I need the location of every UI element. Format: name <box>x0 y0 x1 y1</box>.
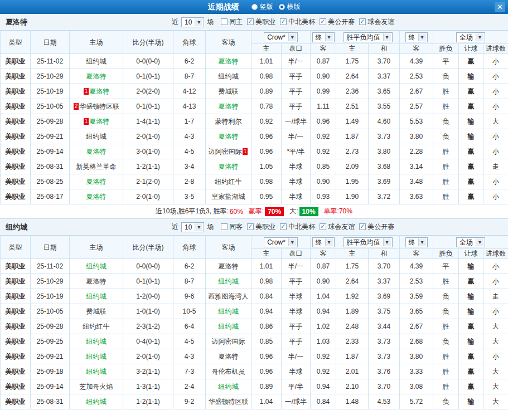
layout-option-horizontal[interactable]: 横版 <box>279 2 301 12</box>
team-name-text: 夏洛特 <box>219 102 239 110</box>
league-type: 美职业 <box>1 349 31 364</box>
match-row: 美职业25-10-05费城联1-0(1-0)10-5纽约城0.94半球0.941… <box>1 304 508 319</box>
home-team[interactable]: 2华盛顿特区联 <box>70 99 123 114</box>
home-team[interactable]: 纽约红牛 <box>70 319 123 334</box>
filter-checkbox[interactable]: 美职业 <box>247 17 275 27</box>
filter-checkbox[interactable]: 美职业 <box>247 222 275 232</box>
scope-select[interactable]: 全场 <box>456 237 485 247</box>
away-team[interactable]: 西雅图海湾人 <box>206 289 251 304</box>
away-team[interactable]: 夏洛特 <box>206 99 251 114</box>
filter-checkbox[interactable]: 球会友谊 <box>320 222 355 232</box>
away-team[interactable]: 夏洛特 <box>206 159 251 174</box>
home-team[interactable]: 纽约城 <box>70 259 123 274</box>
home-team[interactable]: 纽约城 <box>70 334 123 349</box>
away-team[interactable]: 夏洛特 <box>206 349 251 364</box>
home-team[interactable]: 1夏洛特 <box>70 114 123 129</box>
corners: 4-12 <box>173 84 206 99</box>
checkbox-box[interactable] <box>247 18 254 25</box>
odds-line: 半球 <box>282 174 311 189</box>
scope-select[interactable]: 全场 <box>456 32 485 42</box>
filter-checkbox[interactable]: 中北美杯 <box>280 17 315 27</box>
home-team[interactable]: 纽约城 <box>70 54 123 69</box>
home-team[interactable]: 夏洛特 <box>70 69 123 84</box>
avg-select[interactable]: 胜平负均值 <box>343 32 393 42</box>
away-team[interactable]: 纽约城 <box>206 379 251 394</box>
checkbox-box[interactable] <box>359 18 366 25</box>
checkbox-box[interactable] <box>280 18 287 25</box>
home-team[interactable]: 夏洛特 <box>70 274 123 289</box>
home-team[interactable]: 夏洛特 <box>70 174 123 189</box>
team-name-text: 皇家盐湖城 <box>212 193 245 201</box>
bookmaker-select-cell: Crow* <box>251 31 311 44</box>
checkbox-box[interactable] <box>280 223 287 230</box>
goals-cell: 小 <box>483 189 508 204</box>
handicap-cell: 输 <box>459 394 483 409</box>
checkbox-box[interactable] <box>221 223 228 230</box>
away-team[interactable]: 迈阿密国际 <box>206 334 251 349</box>
checkbox-box[interactable] <box>359 223 366 230</box>
away-team[interactable]: 纽约城 <box>206 274 251 289</box>
avg-select[interactable]: 胜平负均值 <box>343 237 393 247</box>
home-team[interactable]: 夏洛特 <box>70 144 123 159</box>
chevron-down-icon <box>195 223 202 231</box>
handicap-cell: 输 <box>459 334 483 349</box>
avg-draw: 3.72 <box>369 189 400 204</box>
avg-final-select[interactable]: 终 <box>405 237 428 247</box>
filter-checkbox[interactable]: 中北美杯 <box>280 222 315 232</box>
radio-unselected-icon <box>251 4 258 10</box>
away-team[interactable]: 华盛顿特区联 <box>206 394 251 409</box>
recent-count-select[interactable]: 10 <box>181 17 204 27</box>
recent-count-value: 10 <box>185 18 192 26</box>
result-cell: 负 <box>433 114 459 129</box>
away-team[interactable]: 纽约城 <box>206 304 251 319</box>
odds-line: 半球 <box>282 159 311 174</box>
bookmaker-select[interactable]: Crow* <box>264 32 298 42</box>
away-team[interactable]: 夏洛特 <box>206 129 251 144</box>
avg-final-select[interactable]: 终 <box>405 32 428 42</box>
col-home: 主场 <box>70 236 123 259</box>
filter-checkbox[interactable]: 球会友谊 <box>359 17 394 27</box>
team-filter-bar: 纽约城 近 10 场 同客美职业中北美杯球会友谊美公开赛 <box>0 219 508 236</box>
checkbox-box[interactable] <box>320 18 326 25</box>
filter-checkbox[interactable]: 美公开赛 <box>320 17 355 27</box>
away-team[interactable]: 夏洛特 <box>206 54 251 69</box>
close-icon[interactable]: ✕ <box>495 2 505 12</box>
home-team[interactable]: 纽约城 <box>70 289 123 304</box>
away-team[interactable]: 纽约红牛 <box>206 174 251 189</box>
filter-checkbox[interactable]: 美公开赛 <box>359 222 394 232</box>
checkbox-box[interactable] <box>221 18 228 25</box>
team-name-text: 夏洛特 <box>219 57 239 65</box>
home-team[interactable]: 纽约城 <box>70 129 123 144</box>
away-team[interactable]: 夏洛特 <box>206 259 251 274</box>
odds-final-select[interactable]: 终 <box>312 32 335 42</box>
bookmaker-select[interactable]: Crow* <box>264 237 298 247</box>
checkbox-label: 球会友谊 <box>328 222 355 232</box>
home-team[interactable]: 夏洛特 <box>70 189 123 204</box>
layout-option-vertical[interactable]: 竖版 <box>251 2 273 12</box>
home-team[interactable]: 费城联 <box>70 304 123 319</box>
avg-home: 1.92 <box>336 289 369 304</box>
home-team[interactable]: 新英格兰革命 <box>70 159 123 174</box>
home-team[interactable]: 芝加哥火焰 <box>70 379 123 394</box>
checkbox-box[interactable] <box>247 223 254 230</box>
home-team[interactable]: 纽约城 <box>70 349 123 364</box>
home-team[interactable]: 纽约城 <box>70 364 123 379</box>
away-team[interactable]: 蒙特利尔 <box>206 114 251 129</box>
filter-checkbox[interactable]: 同主 <box>221 17 243 27</box>
away-team[interactable]: 纽约城 <box>206 319 251 334</box>
away-team[interactable]: 费城联 <box>206 84 251 99</box>
match-date: 25-09-14 <box>31 144 70 159</box>
filter-checkbox[interactable]: 同客 <box>221 222 243 232</box>
odds-final-select[interactable]: 终 <box>312 237 335 247</box>
away-team[interactable]: 皇家盐湖城 <box>206 189 251 204</box>
checkbox-box[interactable] <box>320 223 326 230</box>
avg-away: 4.39 <box>400 54 433 69</box>
avg-draw: 3.37 <box>369 274 400 289</box>
home-team[interactable]: 纽约城 <box>70 394 123 409</box>
recent-count-select[interactable]: 10 <box>181 222 204 232</box>
home-team[interactable]: 1夏洛特 <box>70 84 123 99</box>
away-team[interactable]: 哥伦布机员 <box>206 364 251 379</box>
team-name-text: 夏洛特 <box>219 163 239 170</box>
away-team[interactable]: 迈阿密国际1 <box>206 144 251 159</box>
away-team[interactable]: 纽约城 <box>206 69 251 84</box>
